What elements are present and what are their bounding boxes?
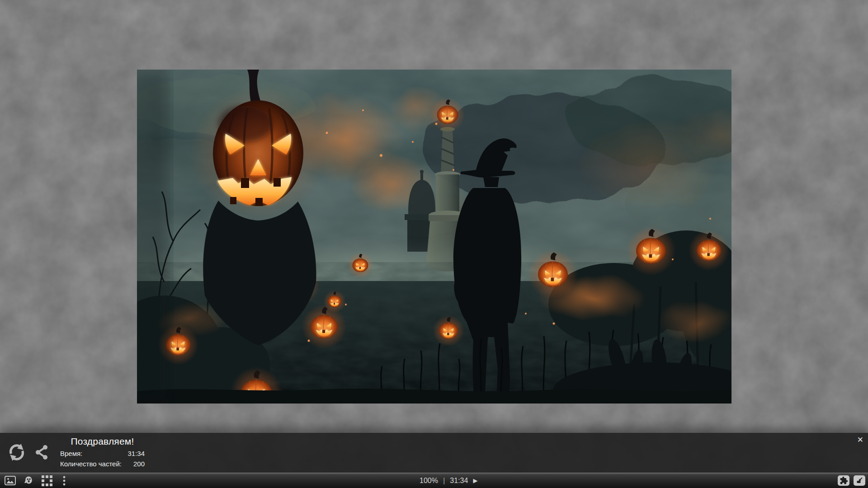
arrange-pieces-button[interactable] xyxy=(838,475,849,486)
share-button[interactable] xyxy=(33,444,50,460)
puzzle-piece-icon xyxy=(840,476,848,485)
ghost-preview-button[interactable] xyxy=(24,475,34,486)
halloween-scene xyxy=(137,70,731,404)
time-value: 31:34 xyxy=(127,450,145,457)
more-menu-button[interactable] xyxy=(63,476,66,486)
toolbar-status-group: 100% | 31:34 ▶ xyxy=(420,473,477,488)
restart-icon xyxy=(7,443,26,462)
collapse-window-button[interactable] xyxy=(854,475,865,486)
play-icon[interactable]: ▶ xyxy=(473,478,477,483)
toolbar-left-group xyxy=(5,473,66,488)
share-icon xyxy=(33,444,50,460)
restart-button[interactable] xyxy=(7,443,26,462)
border-pieces-button[interactable] xyxy=(42,475,52,486)
zoom-level: 100% xyxy=(420,477,438,485)
picture-icon xyxy=(5,476,16,485)
time-row: Время: 31:34 xyxy=(60,450,145,457)
bottom-toolbar: 100% | 31:34 ▶ xyxy=(0,473,868,488)
close-icon[interactable]: ✕ xyxy=(856,435,864,445)
pieces-label: Количество частей: xyxy=(60,460,122,468)
toolbar-right-group xyxy=(838,473,865,488)
congratulations-panel: Поздравляем! Время: 31:34 Количество час… xyxy=(0,433,868,473)
kebab-menu-icon xyxy=(63,476,66,486)
preview-image-button[interactable] xyxy=(5,476,16,485)
congrats-title: Поздравляем! xyxy=(60,436,145,447)
ghost-icon xyxy=(24,475,34,486)
dashed-frame-icon xyxy=(42,475,52,486)
time-label: Время: xyxy=(60,450,82,457)
pieces-row: Количество частей: 200 xyxy=(60,460,145,468)
pieces-value: 200 xyxy=(133,460,145,468)
congrats-stats: Поздравляем! Время: 31:34 Количество час… xyxy=(60,435,145,468)
elapsed-time: 31:34 xyxy=(450,477,468,485)
completed-puzzle-image[interactable] xyxy=(137,70,731,404)
status-separator: | xyxy=(443,476,445,485)
minimize-into-tray-icon xyxy=(855,476,864,485)
